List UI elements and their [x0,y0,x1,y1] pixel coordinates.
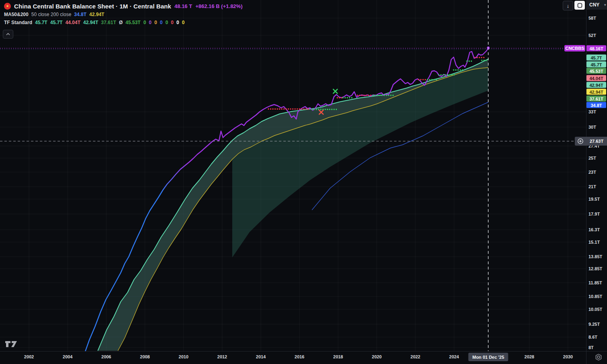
signal-dot-green [460,69,461,70]
signal-dot-red [368,95,369,96]
chevron-down-icon: ▼ [603,3,607,7]
symbol-title[interactable]: China Central Bank Balance Sheet · 1M · … [14,3,171,10]
scroll-to-latest-button[interactable]: ↓ [563,1,573,10]
price-tick-label: 30T [588,125,596,130]
price-tick-label: 9.25T [588,322,600,327]
signal-dot-green [342,97,343,98]
price-scale-badge: 45.7T [586,62,606,68]
legend-collapse-button[interactable] [3,30,13,39]
signal-dot-green [438,74,439,75]
ma-indicator-label[interactable]: MA50&200 [4,12,29,17]
ma-value: 42.94T [89,12,104,17]
symbol-price-label: CNCBBS [564,45,585,51]
signal-dot-red [359,95,360,96]
tf-value: 44.04T [65,20,80,25]
signal-dot-green [377,95,378,96]
signal-dot-red [288,108,289,109]
signal-dot-red [477,57,478,58]
signal-dot-green [372,95,374,96]
price-scale-badge: 42.94T [586,82,606,88]
signal-dot-green [347,97,348,98]
signal-dot-green [386,95,387,96]
price-tick-label: 13.85T [588,254,602,259]
signal-dot-red [283,108,285,109]
price-scale-settings-icon[interactable] [595,354,602,362]
signal-dot-red [308,108,309,109]
signal-dot-green [451,74,452,75]
price-tick-label: 58T [588,16,596,21]
signal-dot-red [474,57,475,58]
symbol-row[interactable]: ★ China Central Bank Balance Sheet · 1M … [4,2,242,10]
china-flag-icon: ★ [4,3,11,10]
signal-dot-green [471,60,472,62]
tradingview-logo[interactable] [5,340,18,350]
price-tick-label: 16.3T [588,227,600,232]
signal-dot-green [384,95,385,96]
tf-value: Ø [119,20,122,25]
price-tick-label: 10.05T [588,307,602,312]
price-tick-label: 19.5T [588,197,600,202]
signal-dot-green [349,97,350,98]
signal-dot-green [381,95,382,96]
plus-circle-icon [577,138,584,144]
signal-dot-green [483,60,485,61]
price-chart-canvas[interactable] [0,0,586,351]
signal-dot-red [422,79,423,80]
crosshair-price-badge: 27.63T [586,137,607,146]
signal-dot-red [483,57,484,58]
price-tick-label: 11.85T [588,280,602,285]
ma-indicator-values: 34.8T42.94T [74,12,107,17]
signal-dot-red [301,108,302,109]
time-tick-label: 2016 [295,354,304,359]
signal-dot-green [485,60,487,61]
signal-dot-red [361,95,362,96]
window-icon [577,3,582,8]
signal-dot-green [336,109,337,110]
price-tick-label: 52T [588,33,596,38]
signal-dot-green [449,74,450,75]
signal-dot-red [275,108,276,109]
price-tick-label: 12.85T [588,266,602,271]
price-tick-label: 10.85T [588,294,602,299]
tf-value: 0 [165,20,168,25]
time-tick-label: 2030 [563,354,573,359]
signal-dot-red [479,57,480,58]
time-axis-separator [0,351,607,352]
chart-legend: ★ China Central Bank Balance Sheet · 1M … [4,2,242,27]
tf-value: 0 [176,20,179,25]
tf-value: 45.53T [126,20,140,25]
tf-indicator-row[interactable]: TF Standard 45.7T45.7T44.04T42.94T37.61T… [4,19,242,27]
tf-value: 45.7T [50,20,63,25]
price-scale-badge: 37.61T [586,96,606,102]
chevron-up-icon [6,33,10,35]
tf-value: 0 [149,20,152,25]
signal-dot-green [462,69,463,70]
currency-selector[interactable]: CNY ▼ [586,0,607,10]
price-tick-label: 23T [588,170,596,175]
price-scale-badge: 44.04T [586,75,606,81]
signal-dot-green [345,97,346,98]
price-scale-badge: 45.53T [586,68,606,74]
down-arrow-icon: ↓ [567,3,570,9]
tf-indicator-label[interactable]: TF Standard [4,20,32,25]
signal-dot-green [447,74,448,75]
price-tick-label: 33T [588,109,596,114]
signal-dot-green [469,60,470,62]
signal-dot-green [324,109,326,110]
tradingview-chart-window: { "header": { "title": "China Central Ba… [0,0,607,364]
signal-dot-green [454,74,455,75]
signal-dot-green [453,69,454,70]
price-tick-label: 25T [588,156,596,160]
tf-value: 0 [155,20,157,25]
cross-marker [333,89,337,93]
crosshair-add-alert-button[interactable] [575,137,586,146]
time-tick-label: 2012 [217,354,227,359]
time-tick-label: 2018 [333,354,343,359]
tf-value: 0 [182,20,185,25]
restore-window-button[interactable] [574,1,585,10]
price-scale-badge: 42.94T [586,89,606,95]
ma-indicator-row[interactable]: MA50&200 50 close 200 close 34.8T42.94T [4,10,242,19]
signal-dot-green [457,69,458,70]
signal-dot-green [316,109,317,110]
signal-dot-red [270,108,271,109]
